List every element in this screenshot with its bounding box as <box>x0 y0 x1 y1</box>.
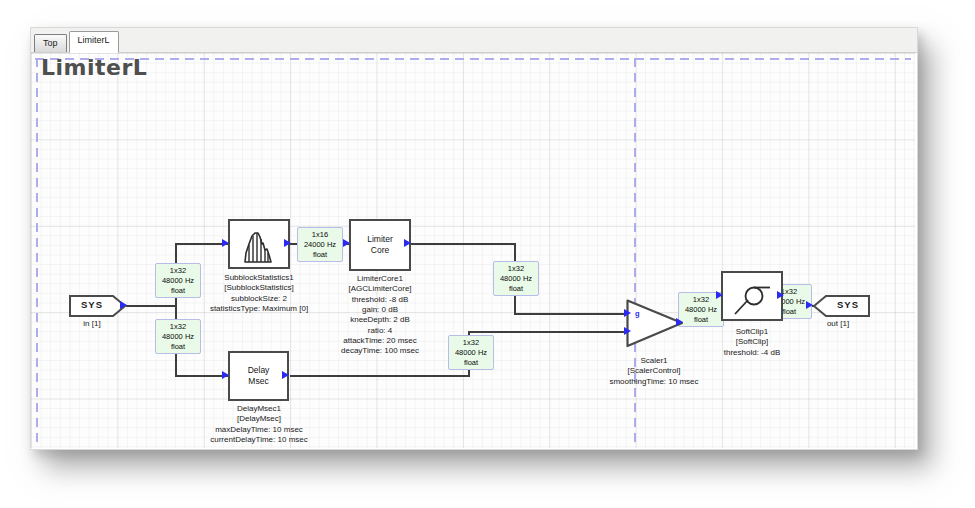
pin-scaler-in[interactable] <box>624 309 631 317</box>
block-caption-scaler: Scaler1 [ScalerControl] smoothingTime: 1… <box>564 356 744 387</box>
block-subblockstatistics[interactable] <box>228 219 290 269</box>
block-caption-delaymsec: DelayMsec1 [DelayMsec] maxDelayTime: 10 … <box>169 404 349 445</box>
page-boundary-dashed-line <box>35 58 911 60</box>
block-caption-limitercore: LimiterCore1 [AGCLimiterCore] threshold:… <box>290 274 470 357</box>
block-body-label: Limiter Core <box>367 234 393 255</box>
pin-softclip-out[interactable] <box>777 291 784 299</box>
screenshot-stage: Top LimiterL LimiterL 1x32 48000 Hz floa… <box>0 0 975 508</box>
block-delaymsec[interactable]: Delay Msec <box>228 351 289 401</box>
sys-input-block[interactable]: SYS <box>69 295 127 317</box>
pin-limitercore-out[interactable] <box>404 239 411 247</box>
sys-input-label: SYS <box>69 299 115 310</box>
pin-softclip-in[interactable] <box>716 291 723 299</box>
wire-segment[interactable] <box>468 331 630 333</box>
pin-limitercore-in[interactable] <box>343 239 350 247</box>
scaler-gain-pin-label: g <box>635 309 640 318</box>
softclip-curve-icon <box>731 272 773 319</box>
wire-segment[interactable] <box>514 313 630 315</box>
tab-top[interactable]: Top <box>34 34 67 52</box>
wire-segment[interactable] <box>290 375 470 377</box>
wire-segment[interactable] <box>175 243 229 245</box>
tab-limiterl[interactable]: LimiterL <box>69 31 119 53</box>
pin-sys-out-in[interactable] <box>806 301 813 309</box>
page-boundary-dashed-line <box>36 58 38 446</box>
pin-subblockstatistics-in[interactable] <box>222 239 229 247</box>
tab-bar: Top LimiterL <box>31 28 917 53</box>
block-body-label: Delay Msec <box>248 365 270 386</box>
pin-subblockstatistics-out[interactable] <box>284 239 291 247</box>
block-softclip[interactable] <box>721 271 783 321</box>
pin-scaler-gain-in[interactable] <box>624 327 631 335</box>
block-limitercore[interactable]: Limiter Core <box>349 219 411 271</box>
designer-window: Top LimiterL LimiterL 1x32 48000 Hz floa… <box>30 27 918 450</box>
pin-delaymsec-out[interactable] <box>282 371 289 379</box>
wire-type-label: 1x32 48000 Hz float <box>493 261 539 296</box>
schematic-canvas[interactable]: LimiterL 1x32 48000 Hz float 1x32 48000 … <box>31 53 915 448</box>
wire-type-label: 1x16 24000 Hz float <box>297 227 343 262</box>
pin-sys-in-out[interactable] <box>120 301 127 309</box>
sys-input-port-label: in [1] <box>62 319 122 328</box>
wire-segment[interactable] <box>411 243 516 245</box>
sys-output-label: SYS <box>825 299 871 310</box>
pin-scaler-out[interactable] <box>676 318 683 326</box>
pin-delaymsec-in[interactable] <box>222 371 229 379</box>
wire-type-label: 1x32 48000 Hz float <box>155 319 201 354</box>
page-boundary-dashed-line <box>634 58 636 446</box>
sys-output-port-label: out [1] <box>808 319 868 328</box>
wire-segment[interactable] <box>175 375 229 377</box>
page-title: LimiterL <box>41 55 147 80</box>
sys-output-block[interactable]: SYS <box>813 295 871 317</box>
block-caption-softclip: SoftClip1 [SoftClip] threshold: -4 dB <box>662 327 842 358</box>
histogram-icon <box>240 220 278 267</box>
